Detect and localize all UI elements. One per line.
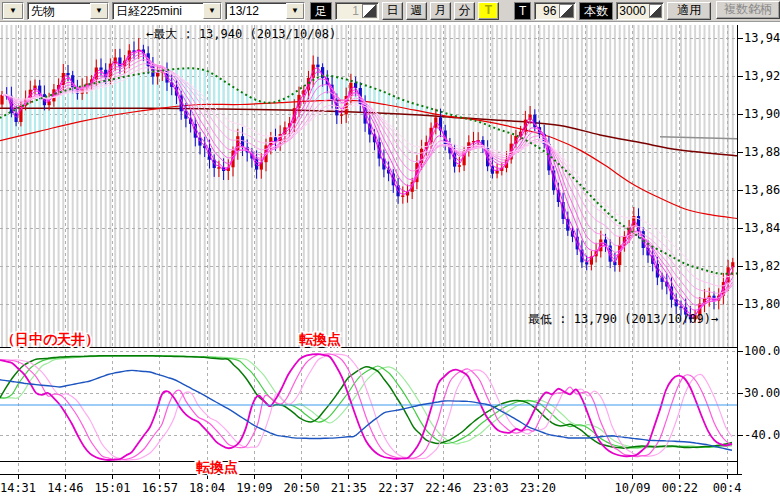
- svg-text:16:57: 16:57: [142, 481, 178, 495]
- chart-app-window: ▼ 先物 ▼ 日経225mini ▼ 13/12 ▼ 足 1 日 週 月 分 T…: [0, 0, 780, 500]
- bar-interval-stepper[interactable]: 1: [335, 2, 379, 20]
- spinner-icon[interactable]: [559, 4, 574, 18]
- chevron-down-icon[interactable]: ▼: [286, 3, 304, 19]
- svg-text:13,860: 13,860: [744, 183, 780, 197]
- tick-count-value: 96: [535, 3, 558, 19]
- svg-text:14:46: 14:46: [47, 481, 83, 495]
- period-minute-button[interactable]: 分: [454, 2, 475, 20]
- chevron-down-icon[interactable]: ▼: [90, 3, 108, 19]
- bar-count-stepper[interactable]: 3000: [616, 2, 664, 20]
- svg-text:13,800: 13,800: [744, 297, 780, 311]
- period-week-button[interactable]: 週: [406, 2, 427, 20]
- svg-text:20:50: 20:50: [284, 481, 320, 495]
- apply-button[interactable]: 適用: [667, 2, 711, 20]
- period-tick-button[interactable]: T: [478, 2, 499, 20]
- svg-text:13,880: 13,880: [744, 145, 780, 159]
- svg-text:-40.00: -40.00: [744, 428, 780, 442]
- svg-text:10/09: 10/09: [614, 481, 650, 495]
- chevron-down-icon[interactable]: ▼: [203, 3, 221, 19]
- svg-text:転換点: 転換点: [299, 331, 341, 347]
- svg-text:18:04: 18:04: [189, 481, 225, 495]
- tick-count-stepper[interactable]: 96: [534, 2, 576, 20]
- tick-count-label: T: [514, 2, 531, 20]
- spinner-icon[interactable]: [362, 4, 377, 18]
- symbol-combo-value: 日経225mini: [113, 3, 203, 19]
- svg-text:最低 : 13,790 (2013/10/09)→: 最低 : 13,790 (2013/10/09)→: [528, 312, 718, 326]
- period-day-button[interactable]: 日: [382, 2, 403, 20]
- svg-text:23:20: 23:20: [520, 481, 556, 495]
- category-combo[interactable]: 先物 ▼: [27, 2, 109, 20]
- svg-text:00:4: 00:4: [713, 481, 742, 495]
- svg-text:転換点: 転換点: [196, 459, 238, 475]
- bar-count-label: 本数: [579, 2, 613, 20]
- bar-interval-label: 足: [310, 2, 332, 20]
- period-month-button[interactable]: 月: [430, 2, 451, 20]
- multi-symbol-button: 複数銘柄: [716, 1, 780, 19]
- svg-text:00:22: 00:22: [662, 481, 698, 495]
- svg-text:13,940: 13,940: [744, 31, 780, 45]
- chevron-down-icon[interactable]: ▼: [3, 3, 23, 19]
- svg-text:←最大 : 13,940 (2013/10/08): ←最大 : 13,940 (2013/10/08): [146, 27, 336, 41]
- contract-month-combo[interactable]: 13/12 ▼: [225, 2, 305, 20]
- svg-text:15:01: 15:01: [94, 481, 130, 495]
- symbol-combo[interactable]: 日経225mini ▼: [112, 2, 222, 20]
- toolbar: ▼ 先物 ▼ 日経225mini ▼ 13/12 ▼ 足 1 日 週 月 分 T…: [0, 0, 780, 22]
- chart-canvas[interactable]: 13,94013,92013,90013,88013,86013,84013,8…: [0, 22, 780, 500]
- svg-text:100.00: 100.00: [744, 344, 780, 358]
- svg-text:13,920: 13,920: [744, 69, 780, 83]
- contract-month-value: 13/12: [226, 3, 286, 19]
- svg-text:22:37: 22:37: [378, 481, 414, 495]
- svg-text:13,820: 13,820: [744, 259, 780, 273]
- svg-text:30.00: 30.00: [744, 386, 780, 400]
- category-combo-value: 先物: [28, 3, 90, 19]
- svg-text:14:31: 14:31: [0, 481, 36, 495]
- svg-text:22:46: 22:46: [425, 481, 461, 495]
- bar-interval-value: 1: [336, 3, 361, 19]
- svg-text:13,900: 13,900: [744, 107, 780, 121]
- svg-text:19:09: 19:09: [236, 481, 272, 495]
- svg-text:21:35: 21:35: [331, 481, 367, 495]
- svg-text:13,840: 13,840: [744, 221, 780, 235]
- svg-text:23:03: 23:03: [473, 481, 509, 495]
- svg-text:（日中の天井）: （日中の天井）: [1, 331, 99, 347]
- spinner-icon[interactable]: [649, 4, 662, 18]
- mini-combo[interactable]: ▼: [2, 2, 24, 20]
- bar-count-value: 3000: [617, 3, 648, 19]
